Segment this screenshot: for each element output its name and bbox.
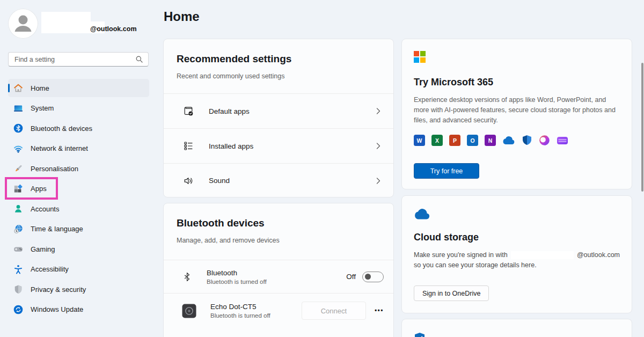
bluetooth-devices-card: Bluetooth devices Manage, add, and remov… xyxy=(163,203,394,337)
sidebar-item-label: Personalisation xyxy=(31,165,78,173)
recommended-settings-header: Recommended settings Recent and commonly… xyxy=(164,39,393,93)
row-label: Sound xyxy=(209,177,230,185)
windows-update-icon xyxy=(13,305,23,314)
account-email: @outlook.com xyxy=(90,25,137,33)
toggle-knob xyxy=(365,274,371,280)
security-card xyxy=(401,319,632,337)
cloud-storage-title: Cloud storage xyxy=(414,232,620,243)
m365-card: Try Microsoft 365 Experience desktop ver… xyxy=(401,39,632,189)
more-options-button[interactable]: ••• xyxy=(375,307,384,314)
bluetooth-icon xyxy=(13,123,23,133)
onenote-icon: N xyxy=(485,135,496,146)
sidebar-item-label: Privacy & security xyxy=(31,285,86,294)
toggle-state-label: Off xyxy=(346,273,356,281)
person-icon xyxy=(8,9,38,39)
card-subtitle: Manage, add, and remove devices xyxy=(177,237,380,244)
accessibility-icon xyxy=(13,265,23,274)
onedrive-cloud-icon xyxy=(414,209,620,220)
privacy-security-icon xyxy=(13,284,23,294)
m365-body: Experience desktop versions of apps like… xyxy=(414,95,620,126)
defender-icon xyxy=(522,135,532,146)
device-status: Bluetooth is turned off xyxy=(210,312,270,319)
m365-app-icons: W X P O N xyxy=(414,135,620,146)
try-for-free-button[interactable]: Try for free xyxy=(414,163,479,179)
sidebar-item-system[interactable]: System xyxy=(8,99,149,118)
sidebar-item-gaming[interactable]: Gaming xyxy=(8,240,149,258)
search-box[interactable] xyxy=(8,52,149,67)
sidebar: @outlook.com Home xyxy=(0,0,156,337)
copilot-icon xyxy=(539,135,550,146)
selected-indicator xyxy=(8,84,10,92)
device-texts: Echo Dot-CT5 Bluetooth is turned off xyxy=(210,303,270,319)
row-label: Default apps xyxy=(209,107,250,115)
gaming-icon xyxy=(13,244,23,254)
sidebar-item-label: Bluetooth & devices xyxy=(31,124,92,133)
powerpoint-icon: P xyxy=(449,135,460,146)
cloud-storage-body: Make sure you're signed in with @outlook… xyxy=(414,250,620,270)
search-icon[interactable] xyxy=(136,56,143,63)
default-apps-row[interactable]: Default apps xyxy=(164,93,393,128)
page-title: Home xyxy=(164,9,200,24)
shield-check-icon xyxy=(414,332,620,337)
installed-apps-row[interactable]: Installed apps xyxy=(164,128,393,163)
chevron-right-icon xyxy=(375,143,382,149)
sidebar-item-bluetooth-devices[interactable]: Bluetooth & devices xyxy=(8,119,149,137)
sidebar-item-label: Apps xyxy=(31,185,47,193)
chevron-right-icon xyxy=(375,108,382,114)
word-icon: W xyxy=(414,135,425,146)
main-column: Recommended settings Recent and commonly… xyxy=(163,39,394,337)
sidebar-item-network-internet[interactable]: Network & internet xyxy=(8,140,149,158)
outlook-icon: O xyxy=(467,135,478,146)
sound-row[interactable]: Sound xyxy=(164,163,393,197)
sidebar-item-accounts[interactable]: Accounts xyxy=(8,200,149,218)
sidebar-item-personalisation[interactable]: Personalisation xyxy=(8,159,149,178)
right-column: Try Microsoft 365 Experience desktop ver… xyxy=(401,39,632,337)
bluetooth-devices-header: Bluetooth devices Manage, add, and remov… xyxy=(164,203,393,260)
installed-apps-icon xyxy=(183,141,194,151)
time-language-icon xyxy=(13,224,23,234)
clipchamp-icon xyxy=(557,136,568,145)
sidebar-item-windows-update[interactable]: Windows Update xyxy=(8,301,149,319)
bluetooth-texts: Bluetooth Bluetooth is turned off xyxy=(207,269,267,285)
cloud-body-line2: so you can see your storage details here… xyxy=(414,260,620,270)
bluetooth-status: Bluetooth is turned off xyxy=(207,279,267,285)
card-title: Recommended settings xyxy=(177,53,380,65)
scrollbar-thumb[interactable] xyxy=(641,63,643,192)
bluetooth-label: Bluetooth xyxy=(207,269,267,277)
sidebar-item-label: Gaming xyxy=(31,245,55,253)
cloud-storage-card: Cloud storage Make sure you're signed in… xyxy=(401,195,632,313)
connect-button[interactable]: Connect xyxy=(302,302,366,320)
home-icon xyxy=(13,83,23,93)
bluetooth-toggle-group: Off xyxy=(346,272,384,282)
avatar[interactable] xyxy=(8,9,38,39)
excel-icon: X xyxy=(431,135,443,146)
apps-icon xyxy=(13,184,23,194)
sidebar-item-home[interactable]: Home xyxy=(8,79,149,97)
sidebar-item-label: Accounts xyxy=(31,205,59,213)
bluetooth-glyph-icon xyxy=(182,272,193,282)
sound-icon xyxy=(183,175,194,186)
card-subtitle: Recent and commonly used settings xyxy=(177,72,380,80)
sidebar-item-privacy-security[interactable]: Privacy & security xyxy=(8,280,149,298)
sidebar-item-label: Network & internet xyxy=(31,144,88,152)
sidebar-item-label: Windows Update xyxy=(31,305,83,313)
sidebar-item-apps[interactable]: Apps xyxy=(8,180,149,198)
sidebar-nav: Home System Bluetooth & xyxy=(8,79,149,320)
card-title: Bluetooth devices xyxy=(177,217,380,229)
search-input[interactable] xyxy=(9,56,136,63)
sign-in-onedrive-button[interactable]: Sign in to OneDrive xyxy=(414,285,489,301)
row-label: Installed apps xyxy=(209,142,253,150)
sidebar-item-accessibility[interactable]: Accessibility xyxy=(8,260,149,279)
microsoft-logo-icon xyxy=(414,51,620,63)
device-name: Echo Dot-CT5 xyxy=(210,303,270,311)
cloud-body-line1: Make sure you're signed in with @outlook… xyxy=(414,250,620,260)
sidebar-item-time-language[interactable]: Time & language xyxy=(8,220,149,238)
bluetooth-toggle-row: Bluetooth Bluetooth is turned off Off xyxy=(164,260,393,293)
sidebar-item-label: Home xyxy=(31,84,49,92)
onedrive-icon xyxy=(502,136,515,145)
redacted-email-name xyxy=(511,251,574,259)
bluetooth-toggle[interactable] xyxy=(362,272,384,282)
system-icon xyxy=(13,104,23,113)
echo-dot-icon xyxy=(182,304,196,318)
cloud-body-email: @outlook.com xyxy=(577,250,620,260)
